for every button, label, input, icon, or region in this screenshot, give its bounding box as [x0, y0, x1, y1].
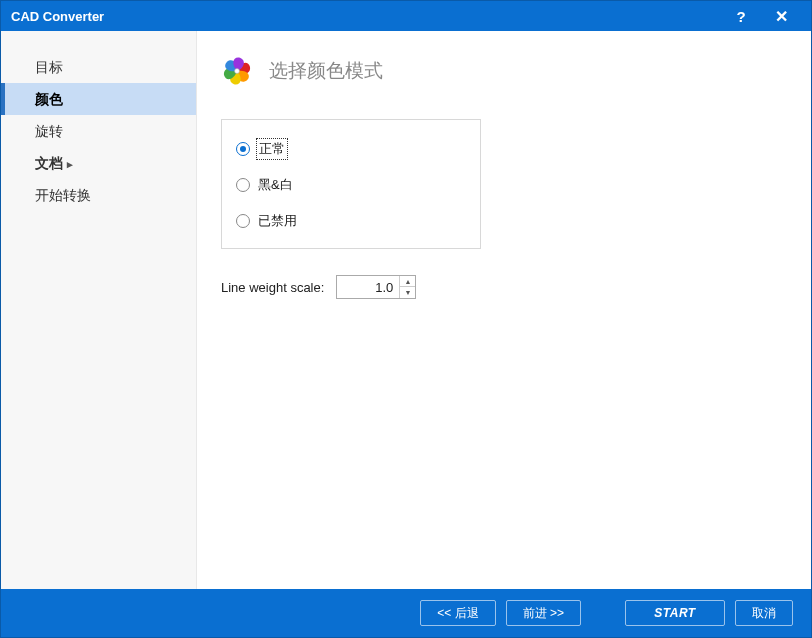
radio-row-1[interactable]: 黑&白	[236, 174, 466, 196]
titlebar: CAD Converter ? ✕	[1, 1, 811, 31]
sidebar-item-4[interactable]: 开始转换	[1, 179, 196, 211]
line-weight-spinner[interactable]: 1.0 ▲ ▼	[336, 275, 416, 299]
sidebar-item-0[interactable]: 目标	[1, 51, 196, 83]
back-button[interactable]: << 后退	[420, 600, 495, 626]
window-title: CAD Converter	[11, 9, 721, 24]
start-button[interactable]: START	[625, 600, 725, 626]
sidebar-item-label: 开始转换	[35, 187, 91, 203]
radio-label: 已禁用	[258, 212, 297, 230]
content: 选择颜色模式 正常黑&白已禁用 Line weight scale: 1.0 ▲…	[197, 31, 811, 589]
color-mode-group: 正常黑&白已禁用	[221, 119, 481, 249]
line-weight-row: Line weight scale: 1.0 ▲ ▼	[221, 275, 781, 299]
radio-row-2[interactable]: 已禁用	[236, 210, 466, 232]
radio-button[interactable]	[236, 178, 250, 192]
pinwheel-icon	[217, 51, 257, 91]
svg-point-0	[235, 69, 240, 74]
next-button[interactable]: 前进 >>	[506, 600, 581, 626]
chevron-right-icon: ▸	[67, 148, 73, 180]
radio-row-0[interactable]: 正常	[236, 138, 466, 160]
radio-label: 黑&白	[258, 176, 293, 194]
sidebar-item-label: 旋转	[35, 123, 63, 139]
line-weight-value: 1.0	[337, 280, 399, 295]
cancel-button[interactable]: 取消	[735, 600, 793, 626]
spinner-down[interactable]: ▼	[400, 287, 415, 298]
sidebar-item-label: 文档	[35, 155, 63, 171]
sidebar-item-label: 目标	[35, 59, 63, 75]
radio-button[interactable]	[236, 214, 250, 228]
radio-label: 正常	[258, 140, 286, 158]
close-button[interactable]: ✕	[761, 7, 801, 26]
page-title: 选择颜色模式	[269, 58, 383, 84]
sidebar-item-2[interactable]: 旋转	[1, 115, 196, 147]
line-weight-label: Line weight scale:	[221, 280, 324, 295]
sidebar-item-1[interactable]: 颜色	[1, 83, 196, 115]
footer: << 后退 前进 >> START 取消	[1, 589, 811, 637]
sidebar-item-3[interactable]: 文档▸	[1, 147, 196, 179]
spinner-up[interactable]: ▲	[400, 276, 415, 287]
sidebar-item-label: 颜色	[35, 91, 63, 107]
help-button[interactable]: ?	[721, 8, 761, 25]
sidebar: 目标颜色旋转文档▸开始转换	[1, 31, 197, 589]
body: 目标颜色旋转文档▸开始转换 选择颜色模式 正常黑&白已禁用	[1, 31, 811, 589]
spinner-buttons: ▲ ▼	[399, 276, 415, 298]
radio-button[interactable]	[236, 142, 250, 156]
heading: 选择颜色模式	[217, 51, 781, 91]
